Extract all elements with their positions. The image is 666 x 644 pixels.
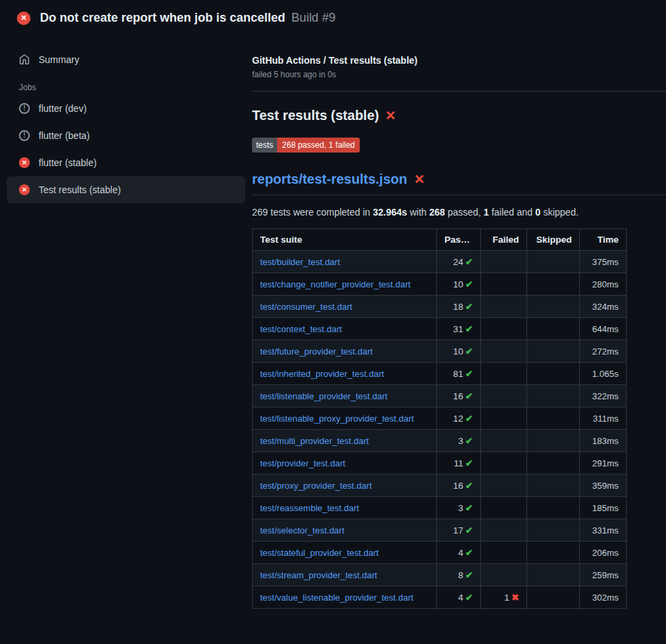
sidebar-item-flutter-beta[interactable]: ! flutter (beta) bbox=[7, 122, 245, 149]
passed-count: 24 bbox=[453, 257, 463, 267]
suite-cell: test/reassemble_test.dart bbox=[253, 497, 437, 519]
time-cell: 291ms bbox=[580, 452, 627, 475]
suite-cell: test/stateful_provider_test.dart bbox=[253, 542, 437, 564]
passed-count: 16 bbox=[453, 481, 463, 491]
cross-icon: ✖ bbox=[512, 592, 519, 603]
summary-prefix: 269 tests were completed in bbox=[252, 207, 373, 218]
suite-link[interactable]: test/builder_test.dart bbox=[260, 257, 340, 267]
table-row: test/stateful_provider_test.dart 4✔ ✖ 20… bbox=[253, 542, 627, 564]
suite-link[interactable]: test/reassemble_test.dart bbox=[260, 503, 359, 513]
time-cell: 324ms bbox=[580, 296, 627, 318]
divider bbox=[252, 91, 666, 92]
suite-link[interactable]: test/provider_test.dart bbox=[260, 458, 346, 468]
suite-cell: test/provider_test.dart bbox=[253, 452, 437, 475]
passed-count: 81 bbox=[453, 369, 463, 379]
skipped-cell bbox=[527, 385, 580, 407]
skipped-cell bbox=[527, 475, 580, 497]
suite-link[interactable]: test/listenable_provider_test.dart bbox=[260, 391, 388, 401]
passed-cell: 3✔ bbox=[437, 430, 481, 452]
sidebar-item-label: flutter (beta) bbox=[39, 130, 89, 141]
section-title-text: Test results (stable) bbox=[252, 108, 379, 123]
sidebar-item-label: flutter (dev) bbox=[39, 103, 87, 114]
suite-link[interactable]: test/proxy_provider_test.dart bbox=[260, 481, 372, 491]
time-cell: 272ms bbox=[580, 340, 627, 363]
time-cell: 1.065s bbox=[580, 363, 627, 385]
suite-link[interactable]: test/stateful_provider_test.dart bbox=[260, 548, 379, 558]
failed-cell: ✖ bbox=[481, 519, 527, 542]
jobs-section-label: Jobs bbox=[7, 83, 245, 92]
failed-cell: ✖ bbox=[481, 542, 527, 564]
passed-cell: 16✔ bbox=[437, 385, 481, 407]
neutral-status-icon: ! bbox=[19, 130, 30, 141]
check-icon: ✔ bbox=[465, 279, 473, 289]
passed-count: 10 bbox=[453, 279, 463, 289]
passed-count: 4 bbox=[458, 592, 463, 603]
skipped-cell bbox=[527, 363, 580, 385]
sidebar-item-test-results-stable[interactable]: ✕ Test results (stable) bbox=[7, 176, 245, 203]
skipped-cell bbox=[527, 340, 580, 363]
suite-link[interactable]: test/listenable_proxy_provider_test.dart bbox=[260, 414, 414, 424]
table-row: test/consumer_test.dart 18✔ ✖ 324ms bbox=[253, 296, 627, 318]
table-header-row: Test suite Passed Failed Skipped Time bbox=[253, 229, 627, 251]
failed-cell: ✖ bbox=[481, 251, 527, 273]
build-title-text: Do not create report when job is cancell… bbox=[40, 11, 285, 24]
suite-link[interactable]: test/value_listenable_provider_test.dart bbox=[260, 592, 413, 603]
suite-link[interactable]: test/change_notifier_provider_test.dart bbox=[260, 279, 411, 289]
passed-count: 16 bbox=[453, 391, 463, 401]
passed-cell: 4✔ bbox=[437, 586, 481, 609]
check-icon: ✔ bbox=[465, 458, 473, 468]
sidebar-item-summary[interactable]: Summary bbox=[7, 46, 245, 73]
test-results-table: Test suite Passed Failed Skipped Time te… bbox=[252, 228, 627, 609]
failed-cell: ✖ bbox=[481, 273, 527, 296]
table-row: test/inherited_provider_test.dart 81✔ ✖ … bbox=[253, 363, 627, 385]
suite-cell: test/listenable_proxy_provider_test.dart bbox=[253, 407, 437, 430]
build-header: ✕ Do not create report when job is cance… bbox=[0, 0, 666, 35]
suite-link[interactable]: test/multi_provider_test.dart bbox=[260, 436, 369, 446]
sidebar-item-flutter-stable[interactable]: ✕ flutter (stable) bbox=[7, 149, 245, 176]
check-icon: ✔ bbox=[465, 481, 473, 491]
passed-cell: 3✔ bbox=[437, 497, 481, 519]
report-title: reports/test-results.json ✕ bbox=[252, 172, 666, 195]
check-icon: ✔ bbox=[465, 503, 473, 513]
table-row: test/provider_test.dart 11✔ ✖ 291ms bbox=[253, 452, 627, 475]
failed-cell: ✖ bbox=[481, 340, 527, 363]
passed-cell: 4✔ bbox=[437, 542, 481, 564]
check-icon: ✔ bbox=[465, 369, 473, 379]
run-status-line: failed 5 hours ago in 0s bbox=[252, 70, 666, 79]
suite-link[interactable]: test/context_test.dart bbox=[260, 324, 342, 334]
suite-cell: test/value_listenable_provider_test.dart bbox=[253, 586, 437, 609]
suite-cell: test/inherited_provider_test.dart bbox=[253, 363, 437, 385]
sidebar-summary-label: Summary bbox=[39, 54, 79, 65]
check-icon: ✔ bbox=[465, 570, 473, 580]
time-cell: 183ms bbox=[580, 430, 627, 452]
home-icon bbox=[19, 54, 30, 65]
suite-cell: test/builder_test.dart bbox=[253, 251, 437, 273]
check-icon: ✔ bbox=[465, 436, 473, 446]
suite-link[interactable]: test/consumer_test.dart bbox=[260, 302, 352, 312]
suite-link[interactable]: test/inherited_provider_test.dart bbox=[260, 369, 384, 379]
failed-cell: ✖ bbox=[481, 475, 527, 497]
check-icon: ✔ bbox=[465, 391, 473, 401]
table-row: test/value_listenable_provider_test.dart… bbox=[253, 586, 627, 609]
summary-mid1: with bbox=[407, 207, 430, 218]
suite-link[interactable]: test/stream_provider_test.dart bbox=[260, 570, 377, 580]
build-number: Build #9 bbox=[291, 11, 335, 24]
table-row: test/listenable_proxy_provider_test.dart… bbox=[253, 407, 627, 430]
suite-link[interactable]: test/future_provider_test.dart bbox=[260, 346, 373, 357]
check-icon: ✔ bbox=[465, 548, 473, 558]
time-cell: 206ms bbox=[580, 542, 627, 564]
passed-count: 4 bbox=[458, 548, 463, 558]
passed-cell: 10✔ bbox=[437, 273, 481, 296]
table-row: test/change_notifier_provider_test.dart … bbox=[253, 273, 627, 296]
suite-link[interactable]: test/selector_test.dart bbox=[260, 525, 344, 536]
passed-cell: 24✔ bbox=[437, 251, 481, 273]
main-content: GitHub Actions / Test results (stable) f… bbox=[252, 35, 666, 609]
sidebar-item-flutter-dev[interactable]: ! flutter (dev) bbox=[7, 95, 245, 122]
report-file-link[interactable]: reports/test-results.json bbox=[252, 172, 407, 187]
section-title: Test results (stable) ✕ bbox=[252, 108, 666, 123]
time-cell: 331ms bbox=[580, 519, 627, 542]
passed-cell: 31✔ bbox=[437, 318, 481, 340]
failed-status-icon: ✕ bbox=[19, 184, 30, 195]
check-icon: ✔ bbox=[465, 592, 473, 603]
build-failed-status-icon: ✕ bbox=[17, 12, 30, 25]
